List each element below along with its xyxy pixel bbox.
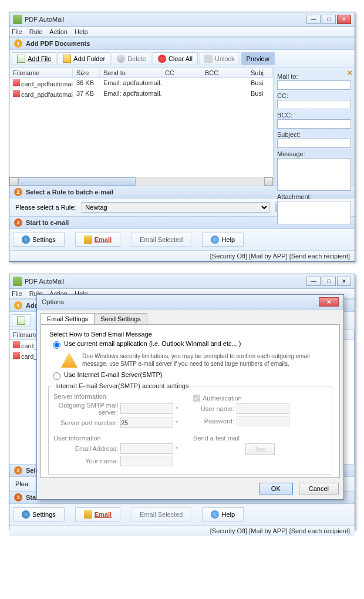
message-input[interactable] [277, 158, 351, 191]
step-badge-2: 2 [14, 466, 22, 475]
step-badge-1: 1 [14, 301, 22, 309]
statusbar: [Security Off] [Mail by APP] [Send each … [9, 525, 355, 536]
message-label: Message: [277, 150, 351, 157]
pdf-icon [13, 352, 20, 359]
attachment-input[interactable] [277, 201, 351, 224]
send-test-label: Send a test mail [193, 435, 327, 442]
maximize-button[interactable]: □ [322, 277, 336, 286]
rule-trunc: Plea [15, 480, 28, 487]
radio-smtp-label: Use Internet E-mail Server(SMTP) [64, 371, 162, 378]
delete-button[interactable]: Delete [112, 52, 151, 65]
help-button[interactable]: Help [202, 233, 244, 247]
mail-icon [84, 510, 92, 519]
file-table: Filename Size Send to CC BCC Subj card_a… [9, 68, 274, 186]
unlock-button[interactable]: Unlock [199, 52, 240, 65]
rule-label: Please select a Rule: [15, 204, 76, 211]
menu-action[interactable]: Action [49, 28, 68, 35]
email-addr-label: Email Address: [53, 445, 118, 452]
add-file-button[interactable] [12, 314, 31, 327]
panel-close-icon[interactable]: ✕ [347, 69, 352, 77]
clear-all-button[interactable]: Clear All [153, 52, 198, 65]
col-cc[interactable]: CC [161, 68, 201, 78]
titlebar: PDF AutoMail — □ ✕ [9, 12, 355, 27]
menu-rule[interactable]: Rule [29, 28, 43, 35]
scroll-thumb[interactable] [18, 177, 136, 186]
scroll-left-arrow[interactable] [9, 177, 18, 186]
mail-icon [84, 235, 92, 244]
username-input [237, 403, 289, 414]
window-title: PDF AutoMail [25, 16, 306, 23]
table-header: Filename Size Send to CC BCC Subj [9, 68, 273, 78]
tabbar: Email Settings Send Settings [37, 309, 343, 324]
menu-help[interactable]: Help [75, 28, 88, 35]
preview-button[interactable]: Preview [241, 52, 275, 65]
menu-file[interactable]: File [12, 28, 22, 35]
help-button[interactable]: Help [202, 507, 244, 521]
ok-button[interactable]: OK [259, 483, 293, 494]
port-input [120, 418, 173, 428]
gear-icon [22, 510, 30, 519]
section-add-pdf: 1 Add PDF Documents [9, 37, 355, 50]
email-button[interactable]: Email [75, 507, 120, 521]
tab-send-settings[interactable]: Send Settings [94, 313, 147, 324]
col-size[interactable]: Size [73, 68, 100, 78]
h-scrollbar[interactable] [9, 177, 273, 186]
window-controls: — □ ✕ [306, 277, 351, 286]
email-button[interactable]: Email [75, 233, 120, 247]
rule-select[interactable]: Newtag [82, 202, 269, 213]
cancel-button[interactable]: Cancel [299, 483, 339, 494]
subject-input[interactable] [277, 139, 351, 148]
password-input [237, 416, 289, 426]
minimize-button[interactable]: — [306, 15, 321, 24]
toolbar: Add File Add Folder Delete Clear All Unl… [9, 50, 355, 68]
action-buttons: Settings Email Email Selected Help [9, 504, 355, 525]
window-controls: — □ ✕ [306, 15, 351, 24]
section-start-title: Start to e-mail [26, 219, 69, 226]
settings-button[interactable]: Settings [13, 233, 65, 247]
smtp-legend: Internet E-mail Server(SMTP) account set… [53, 382, 190, 389]
subject-label: Subject: [277, 131, 351, 138]
minimize-button[interactable]: — [306, 277, 321, 286]
settings-button[interactable]: Settings [13, 507, 65, 521]
email-selected-button[interactable]: Email Selected [131, 507, 191, 521]
step-badge-3: 3 [14, 218, 22, 227]
window-title: PDF AutoMail [25, 278, 306, 285]
user-info-label: User information [53, 435, 187, 442]
radio-smtp[interactable] [53, 372, 60, 380]
scroll-right-arrow[interactable] [264, 177, 273, 186]
section-add-pdf-title: Add PDF Documents [26, 40, 90, 47]
mailto-input[interactable] [277, 80, 351, 90]
cc-input[interactable] [277, 100, 351, 109]
add-file-button[interactable]: Add File [12, 52, 56, 65]
pdf-icon [13, 341, 20, 348]
table-row[interactable]: card_apdfautomailtest1 36 KB Email: apdf… [9, 78, 273, 89]
col-sendto[interactable]: Send to [100, 68, 161, 78]
help-icon [211, 235, 219, 244]
bcc-input[interactable] [277, 119, 351, 129]
col-filename[interactable]: Filename [9, 68, 73, 78]
pdf-icon [13, 90, 20, 97]
table-row[interactable]: card_apdfautomailtest2 37 KB Email: apdf… [9, 89, 273, 99]
dialog-close-button[interactable]: ✕ [319, 297, 339, 307]
file-icon [17, 317, 25, 325]
pdf-icon [13, 79, 20, 86]
attachment-label: Attachment: [277, 193, 351, 200]
tab-email-settings[interactable]: Email Settings [41, 313, 95, 324]
radio-current-app[interactable] [53, 341, 60, 349]
email-selected-button[interactable]: Email Selected [131, 233, 191, 247]
menu-file[interactable]: File [12, 290, 22, 297]
col-bcc[interactable]: BCC [201, 68, 247, 78]
action-buttons: Settings Email Email Selected Help [9, 229, 355, 250]
add-folder-button[interactable]: Add Folder [58, 52, 110, 65]
statusbar: [Security Off] [Mail by APP] [Send each … [9, 250, 355, 261]
close-button[interactable]: ✕ [337, 277, 351, 286]
col-subj[interactable]: Subj [247, 68, 273, 78]
dialog-buttons: OK Cancel [37, 478, 343, 499]
cc-label: CC: [277, 92, 351, 99]
options-dialog: Options ✕ Email Settings Send Settings S… [36, 294, 344, 500]
mail-panel: ✕ Mail to: CC: BCC: Subject: Message: At… [274, 68, 355, 186]
body: Filename Size Send to CC BCC Subj card_a… [9, 68, 355, 186]
close-button[interactable]: ✕ [337, 15, 351, 24]
maximize-button[interactable]: □ [322, 15, 336, 24]
smtp-server-input [120, 403, 173, 414]
